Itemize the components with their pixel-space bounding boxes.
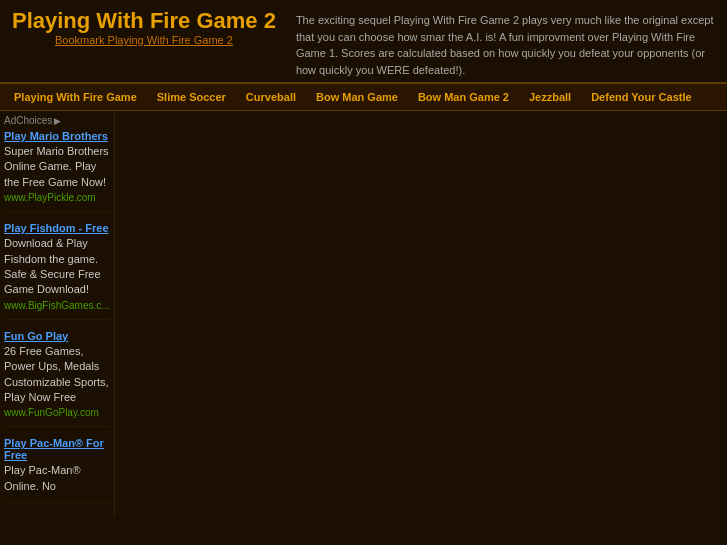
nav-item-bow-man-game-2[interactable]: Bow Man Game 2	[408, 83, 519, 111]
ad-choices-icon[interactable]: ▶	[54, 116, 61, 126]
ad-block-0: Play Mario BrothersSuper Mario Brothers …	[4, 130, 110, 212]
ad-title-2[interactable]: Fun Go Play	[4, 330, 110, 342]
main-content: AdChoices ▶ Play Mario BrothersSuper Mar…	[0, 111, 727, 517]
ad-desc-2: 26 Free Games, Power Ups, Medals Customi…	[4, 344, 110, 406]
ad-block-1: Play Fishdom - FreeDownload & Play Fishd…	[4, 222, 110, 320]
ad-desc-3: Play Pac-Man® Online. No	[4, 463, 110, 494]
nav-item-defend-your-castle[interactable]: Defend Your Castle	[581, 83, 701, 111]
nav-item-playing-with-fire-game[interactable]: Playing With Fire Game	[4, 83, 147, 111]
ad-title-0[interactable]: Play Mario Brothers	[4, 130, 110, 142]
nav-item-slime-soccer[interactable]: Slime Soccer	[147, 83, 236, 111]
ad-desc-0: Super Mario Brothers Online Game. Play t…	[4, 144, 110, 190]
page-title: Playing With Fire Game 2	[12, 8, 276, 34]
nav-item-bow-man-game[interactable]: Bow Man Game	[306, 83, 408, 111]
ad-title-3[interactable]: Play Pac-Man® For Free	[4, 437, 110, 461]
sidebar: AdChoices ▶ Play Mario BrothersSuper Mar…	[0, 111, 115, 517]
game-content-area	[115, 111, 727, 517]
nav-item-jezzball[interactable]: Jezzball	[519, 83, 581, 111]
header-description: The exciting sequel Playing With Fire Ga…	[276, 8, 715, 78]
nav-item-curveball[interactable]: Curveball	[236, 83, 306, 111]
header-left: Playing With Fire Game 2 Bookmark Playin…	[12, 8, 276, 46]
header: Playing With Fire Game 2 Bookmark Playin…	[0, 0, 727, 83]
ad-choices-label: AdChoices	[4, 115, 52, 126]
ad-desc-1: Download & Play Fishdom the game. Safe &…	[4, 236, 110, 298]
navbar: Playing With Fire GameSlime SoccerCurveb…	[0, 83, 727, 111]
ad-block-2: Fun Go Play26 Free Games, Power Ups, Med…	[4, 330, 110, 428]
ad-block-3: Play Pac-Man® For FreePlay Pac-Man® Onli…	[4, 437, 110, 503]
ad-title-1[interactable]: Play Fishdom - Free	[4, 222, 110, 234]
ad-choices-bar: AdChoices ▶	[4, 115, 110, 126]
ad-url-1: www.BigFishGames.c...	[4, 300, 110, 311]
ads-container: Play Mario BrothersSuper Mario Brothers …	[4, 130, 110, 503]
header-inner: Playing With Fire Game 2 Bookmark Playin…	[12, 8, 715, 78]
ad-url-0: www.PlayPickle.com	[4, 192, 110, 203]
ad-url-2: www.FunGoPlay.com	[4, 407, 110, 418]
bookmark-label[interactable]: Bookmark Playing With Fire Game 2	[12, 34, 276, 46]
